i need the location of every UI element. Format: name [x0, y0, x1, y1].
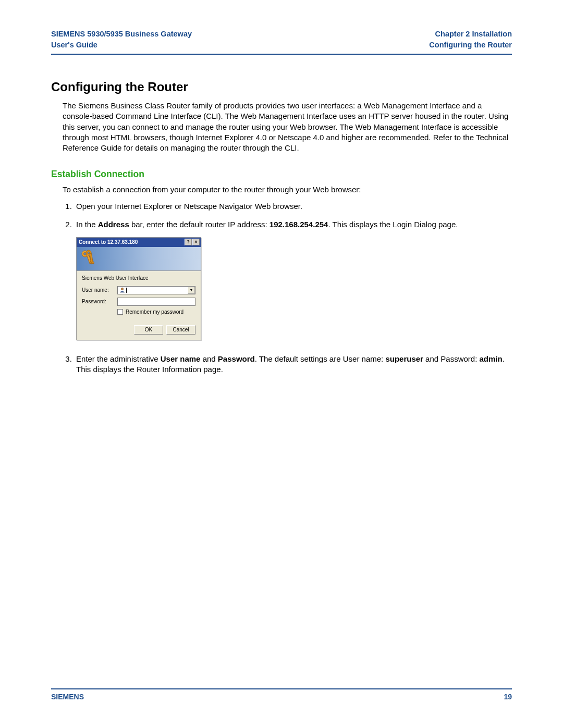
- step-3-mid2: . The default settings are User name:: [255, 354, 386, 363]
- user-icon: [119, 287, 125, 293]
- remember-label: Remember my password: [126, 309, 183, 315]
- step-3-bold-password: Password: [218, 354, 255, 363]
- steps-list: Open your Internet Explorer or Netscape …: [63, 201, 512, 230]
- step-1: Open your Internet Explorer or Netscape …: [74, 201, 512, 212]
- keys-icon: [80, 249, 99, 269]
- dialog-title: Connect to 12.37.63.180: [79, 239, 138, 245]
- header-left: SIEMENS 5930/5935 Business Gateway User'…: [51, 29, 192, 50]
- chapter-title: Chapter 2 Installation: [435, 30, 512, 38]
- step-3-mid1: and: [200, 354, 217, 363]
- realm-label: Siemens Web User Interface: [82, 275, 195, 281]
- step-2-bold-address: Address: [98, 220, 129, 229]
- step-3-bold-admin: admin: [480, 354, 503, 363]
- step-3: Enter the administrative User name and P…: [74, 354, 512, 375]
- username-input[interactable]: ▼: [117, 286, 195, 294]
- step-2-pre: In the: [76, 220, 98, 229]
- dialog-banner: [77, 247, 201, 271]
- password-row: Password:: [82, 298, 195, 306]
- close-button[interactable]: ×: [192, 239, 200, 245]
- footer-page-number: 19: [504, 693, 512, 701]
- remember-row: Remember my password: [117, 309, 195, 315]
- subsection-heading: Establish Connection: [51, 169, 512, 180]
- cancel-button[interactable]: Cancel: [166, 325, 195, 335]
- username-dropdown-button[interactable]: ▼: [188, 287, 195, 294]
- header-right: Chapter 2 Installation Configuring the R…: [429, 29, 512, 50]
- text-cursor: [126, 288, 127, 293]
- login-dialog-figure: Connect to 12.37.63.180 ? ×: [76, 237, 512, 340]
- help-button[interactable]: ?: [185, 239, 192, 245]
- footer-brand: SIEMENS: [51, 693, 84, 701]
- page-footer: SIEMENS 19: [51, 688, 512, 701]
- ok-button[interactable]: OK: [134, 325, 163, 335]
- chapter-section: Configuring the Router: [429, 41, 512, 49]
- step-3-pre: Enter the administrative: [76, 354, 161, 363]
- step-2-bold-ip: 192.168.254.254: [270, 220, 328, 229]
- titlebar-buttons: ? ×: [184, 239, 200, 245]
- dialog-body: Siemens Web User Interface User name: ▼ …: [77, 271, 201, 340]
- step-3-mid3: and Password:: [423, 354, 480, 363]
- remember-checkbox[interactable]: [117, 309, 123, 315]
- doc-title: SIEMENS 5930/5935 Business Gateway: [51, 30, 192, 38]
- subsection-intro: To establish a connection from your comp…: [63, 185, 512, 194]
- step-3-bold-superuser: superuser: [385, 354, 423, 363]
- password-input[interactable]: [117, 298, 195, 306]
- step-2: In the Address bar, enter the default ro…: [74, 219, 512, 230]
- username-label: User name:: [82, 287, 117, 293]
- section-heading: Configuring the Router: [51, 80, 512, 94]
- svg-point-8: [121, 288, 123, 290]
- username-row: User name: ▼: [82, 286, 195, 294]
- svg-rect-7: [92, 262, 94, 264]
- svg-point-5: [88, 252, 90, 254]
- login-dialog: Connect to 12.37.63.180 ? ×: [76, 237, 201, 340]
- page-header: SIEMENS 5930/5935 Business Gateway User'…: [51, 29, 512, 55]
- step-3-bold-username: User name: [161, 354, 201, 363]
- step-2-post: . This displays the Login Dialog page.: [328, 220, 458, 229]
- doc-subtitle: User's Guide: [51, 41, 97, 49]
- step-2-mid: bar, enter the default router IP address…: [129, 220, 270, 229]
- dialog-titlebar: Connect to 12.37.63.180 ? ×: [77, 238, 201, 247]
- password-label: Password:: [82, 299, 117, 304]
- dialog-buttons: OK Cancel: [82, 325, 195, 335]
- step-1-text: Open your Internet Explorer or Netscape …: [76, 202, 302, 211]
- steps-list-continued: Enter the administrative User name and P…: [63, 354, 512, 375]
- intro-paragraph: The Siemens Business Class Router family…: [63, 101, 512, 153]
